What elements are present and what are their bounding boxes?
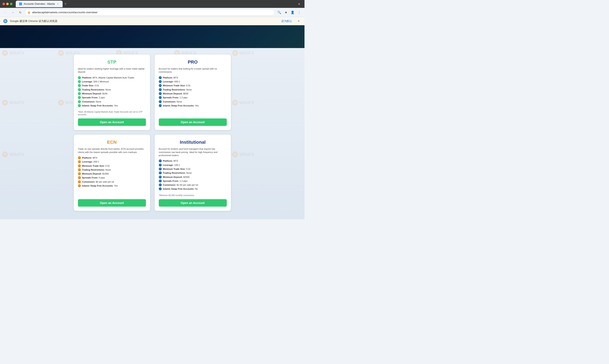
back-button[interactable]: ← (2, 10, 8, 15)
list-item: ✓Platform: MT4 (159, 159, 227, 162)
list-item: ✓Commision: $4 per side per lot (78, 180, 146, 183)
check-icon: ✓ (159, 164, 162, 167)
maximize-window-button[interactable] (10, 3, 13, 5)
profile-button[interactable]: 👤 (290, 10, 295, 15)
feature-text: Trading Restrictions: None (163, 88, 192, 91)
feature-list-pro: ✓Platform: MT4✓Leverage: 400:1✓Minimum T… (159, 76, 227, 116)
tab-favicon-icon (19, 2, 22, 5)
main-content: W WikiFX W WikiFX W WikiFX W WikiFX W Wi… (0, 48, 304, 219)
minimize-window-button[interactable] (6, 3, 9, 5)
search-button[interactable]: 🔍 (276, 10, 282, 15)
card-description-stp: Ideal for traders seeking higher leverag… (78, 67, 146, 74)
feature-text: Platform: MT4 (163, 159, 178, 162)
forward-button[interactable]: → (10, 10, 16, 15)
check-icon: ✓ (78, 96, 81, 99)
check-icon: ✓ (159, 183, 162, 186)
hero-banner (0, 25, 304, 48)
address-bar[interactable]: 🔒 atlantacapitalmarkets.com/account/acco… (25, 9, 275, 15)
feature-text: Spreads From: 1.3 pips (163, 180, 188, 182)
feature-list-institutional: ✓Platform: MT4✓Leverage: 100:1✓Minimum T… (159, 159, 227, 191)
list-item: ✓Platform: MT4 (159, 76, 227, 79)
list-item: ✓Minimum Trade Size: 0.01 (159, 168, 227, 170)
list-item: ✓Minimum Deposit: $500 (159, 92, 227, 95)
close-window-button[interactable] (2, 3, 5, 5)
wikifx-logo-10: W (2, 152, 8, 157)
check-icon: ✓ (78, 180, 81, 183)
open-account-button-stp[interactable]: Open an Account (78, 118, 146, 126)
chrome-menu-button[interactable]: ▾ (296, 1, 302, 7)
feature-text: Commision: $1.50 per side per lot (163, 183, 198, 186)
title-bar: Accounts Overview - Atlanta × + ▾ (0, 0, 304, 8)
feature-text: Islamic Swap Free Accounts: No (163, 187, 198, 190)
list-item: ✓Minimum Deposit: $1000 (78, 172, 146, 175)
account-card-stp: STPIdeal for traders seeking higher leve… (74, 54, 150, 130)
check-icon: ✓ (159, 171, 162, 174)
feature-text: Platform: MT4 (82, 156, 97, 159)
list-item: ✓Leverage: 500:1 Minimum (78, 80, 146, 83)
feature-text: Minimum Trade Size: 0.01 (163, 168, 191, 170)
feature-text: Minimum Deposit: $1000 (82, 172, 109, 175)
list-item: ✓Trading Restrictions: None (159, 171, 227, 174)
check-icon: ✓ (78, 104, 81, 107)
new-tab-button[interactable]: + (63, 1, 69, 7)
feature-text: Spreads From: 2 pips (82, 96, 105, 99)
check-icon: ✓ (159, 168, 162, 170)
watermark-9: W WikiFX (232, 100, 254, 106)
wikifx-logo-6: W (2, 100, 8, 106)
active-tab[interactable]: Accounts Overview - Atlanta × (16, 1, 63, 7)
tab-bar: Accounts Overview - Atlanta × + (16, 1, 294, 7)
list-item: ✓Spreads From: 1.3 pips (159, 96, 227, 99)
lock-icon: 🔒 (28, 11, 30, 14)
check-icon: ✓ (159, 88, 162, 91)
check-icon: ✓ (78, 76, 81, 79)
check-icon: ✓ (159, 76, 162, 79)
list-item: ✓Spreads From: 0 pips (78, 176, 146, 179)
list-item: ✓Minimum Deposit: $2500 (159, 176, 227, 179)
list-item: ✓Islamic Swap Free Accounts: Yes (78, 104, 146, 107)
list-item: ✓Spreads From: 1.3 pips (159, 180, 227, 182)
card-description-institutional: Account for brokers and fund managers th… (159, 147, 227, 157)
close-tab-button[interactable]: × (56, 2, 59, 5)
check-icon: ✓ (159, 92, 162, 95)
bookmark-button[interactable]: ★ (283, 10, 289, 15)
check-icon: ✓ (159, 187, 162, 190)
card-title-pro: PRO (159, 59, 227, 65)
wikifx-logo-13: W (232, 152, 238, 157)
page-content: W WikiFX W WikiFX W WikiFX W WikiFX W Wi… (0, 25, 304, 219)
info-bar-message: Google 建议将 Chrome 设为默认浏览器 (10, 19, 277, 23)
open-account-button-ecn[interactable]: Open an Account (78, 199, 146, 207)
account-card-pro: PROAccount for traders that looking for … (154, 54, 231, 130)
watermark-1: W WikiFX (2, 50, 24, 56)
feature-text: Minimum Trade Size: 0.01 (82, 164, 110, 167)
reload-button[interactable]: ↻ (17, 10, 23, 15)
feature-text: Minimum Deposit: $500 (163, 92, 188, 95)
wikifx-logo-2: W (58, 50, 64, 56)
open-account-button-pro[interactable]: Open an Account (159, 118, 227, 126)
feature-text: Trading Restrictions: None (163, 171, 192, 174)
card-title-institutional: Institutional (159, 140, 227, 145)
set-default-button[interactable]: 设为默认 (280, 18, 294, 24)
check-icon: ✓ (159, 84, 162, 87)
feature-text: Minimum Deposit: $100 (82, 92, 108, 95)
list-item: ✓Trading Restrictions: None (78, 168, 146, 171)
open-account-button-institutional[interactable]: Open an Account (159, 199, 227, 207)
info-bar-close-button[interactable]: × (296, 19, 301, 24)
feature-text: Commision: None (82, 100, 101, 103)
chrome-menu-icon[interactable]: ⋮ (296, 10, 302, 15)
feature-text: Islamic Swap Free Accounts: Yes (163, 104, 199, 107)
card-title-stp: STP (78, 59, 146, 65)
browser-chrome: Accounts Overview - Atlanta × + ▾ ← → ↻ … (0, 0, 304, 17)
check-icon: ✓ (159, 100, 162, 103)
check-icon: ✓ (78, 164, 81, 167)
watermark-13: W WikiFX (232, 152, 254, 157)
wikifx-logo-7: W (58, 100, 64, 106)
check-icon: ✓ (78, 176, 81, 179)
list-item: ✓Leverage: 200:1 (78, 160, 146, 163)
list-item: ✓Minimum Deposit: $100 (78, 92, 146, 95)
chrome-icon: G (3, 19, 7, 23)
check-icon: ✓ (78, 92, 81, 95)
list-item: ✓Trading Restrictions: None (78, 88, 146, 91)
list-item: ✓Spreads From: 2 pips (78, 96, 146, 99)
check-icon: ✓ (159, 80, 162, 83)
feature-text: Leverage: 200:1 (82, 160, 99, 163)
